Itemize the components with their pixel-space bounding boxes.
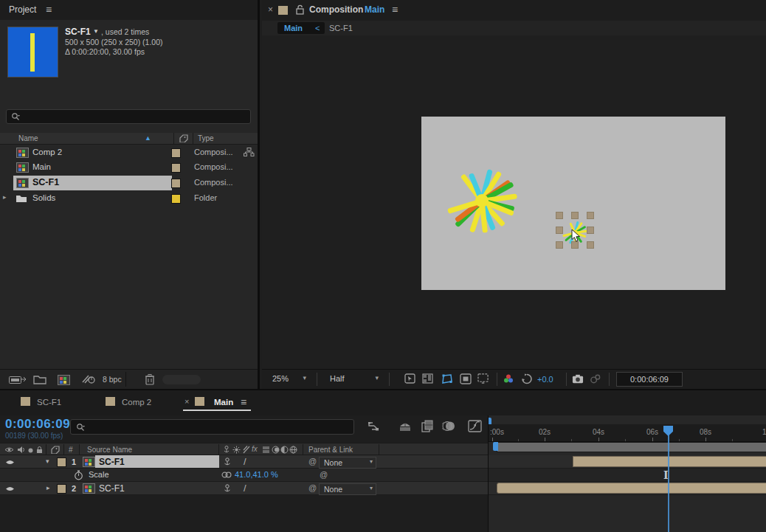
selection-handle[interactable] bbox=[556, 227, 563, 234]
work-area-bar[interactable] bbox=[497, 442, 766, 452]
transparency-grid-icon[interactable] bbox=[422, 373, 434, 384]
tab-title[interactable]: Composition bbox=[309, 4, 363, 15]
timeline-tab-comp2[interactable]: Comp 2 bbox=[122, 398, 151, 407]
motion-blur-icon[interactable] bbox=[442, 421, 455, 432]
composition-canvas[interactable] bbox=[421, 117, 725, 290]
interpret-footage-icon[interactable] bbox=[9, 375, 27, 384]
column-name[interactable]: Name bbox=[18, 134, 38, 142]
draft-3d-icon[interactable] bbox=[398, 421, 412, 432]
graph-editor-icon[interactable] bbox=[468, 420, 482, 432]
eye-icon[interactable] bbox=[5, 486, 15, 492]
tab-comp-name[interactable]: Main bbox=[365, 4, 384, 15]
parent-link-column[interactable]: Parent & Link bbox=[308, 446, 353, 454]
selection-handle[interactable] bbox=[587, 227, 594, 234]
bit-depth-label[interactable]: 8 bpc bbox=[103, 375, 122, 384]
selection-handle[interactable] bbox=[571, 212, 579, 219]
color-depth-icon[interactable] bbox=[81, 374, 96, 384]
shy-toggle-icon[interactable] bbox=[224, 484, 231, 493]
timeline-tab-main-active[interactable]: Main bbox=[214, 398, 233, 407]
quality-toggle-icon[interactable]: / bbox=[244, 483, 246, 494]
property-track-scale[interactable]: I bbox=[489, 469, 766, 482]
playhead-line[interactable] bbox=[668, 426, 669, 532]
region-of-interest-icon[interactable] bbox=[460, 373, 472, 384]
layer-label-color[interactable] bbox=[57, 457, 66, 467]
frame-blend-column-icon bbox=[262, 446, 270, 454]
work-area-start-handle[interactable] bbox=[493, 442, 498, 451]
label-color-swatch[interactable] bbox=[171, 194, 181, 204]
resolution-dropdown[interactable]: Half ▾ bbox=[324, 373, 382, 385]
proportional-grid-icon[interactable] bbox=[477, 373, 489, 384]
twirl-closed-icon[interactable]: ▸ bbox=[46, 484, 50, 491]
breadcrumb-previous[interactable]: SC-F1 bbox=[329, 24, 353, 32]
selection-handle[interactable] bbox=[556, 212, 563, 219]
selection-handle[interactable] bbox=[587, 241, 594, 249]
parent-dropdown[interactable]: None ▾ bbox=[319, 457, 376, 469]
project-row-scf1-selected[interactable]: SC-F1 Composi... bbox=[0, 176, 258, 190]
layer-label-color[interactable] bbox=[57, 484, 66, 494]
delete-icon[interactable] bbox=[145, 373, 155, 385]
link-dimensions-icon[interactable] bbox=[221, 471, 232, 478]
pickwhip-icon[interactable]: @ bbox=[308, 457, 317, 466]
label-color-swatch[interactable] bbox=[171, 163, 181, 173]
label-color-column-icon[interactable] bbox=[179, 134, 188, 142]
twirl-closed-icon[interactable]: ▸ bbox=[3, 193, 7, 201]
layer-track-2[interactable] bbox=[489, 482, 766, 495]
property-row-scale[interactable]: Scale 41.0,41.0 % @ bbox=[0, 469, 488, 482]
scale-value[interactable]: 41.0,41.0 % bbox=[235, 470, 278, 479]
grid-guides-icon[interactable] bbox=[404, 373, 416, 384]
parent-dropdown[interactable]: None ▾ bbox=[319, 483, 376, 495]
project-panel-menu-icon[interactable]: ≡ bbox=[46, 4, 52, 15]
mini-flowchart-icon[interactable] bbox=[368, 421, 380, 432]
name-dropdown-icon[interactable]: ▼ bbox=[93, 28, 99, 35]
twirl-open-icon[interactable]: ▾ bbox=[46, 457, 49, 465]
label-color-swatch[interactable] bbox=[171, 148, 181, 158]
label-color-swatch[interactable] bbox=[171, 179, 181, 188]
show-snapshot-icon[interactable] bbox=[590, 373, 601, 384]
timeline-tab-scf1[interactable]: SC-F1 bbox=[37, 398, 61, 407]
tab-label-color[interactable] bbox=[278, 6, 288, 15]
layer-source-name[interactable]: SC-F1 bbox=[99, 457, 125, 467]
new-composition-icon[interactable] bbox=[58, 375, 70, 385]
shy-toggle-icon[interactable] bbox=[224, 457, 231, 466]
mask-path-visibility-icon[interactable] bbox=[441, 373, 453, 384]
layer-track-1[interactable] bbox=[489, 455, 766, 469]
property-name[interactable]: Scale bbox=[89, 470, 109, 479]
channel-settings-icon[interactable] bbox=[503, 373, 514, 384]
pickwhip-icon[interactable]: @ bbox=[308, 483, 317, 492]
preview-timecode[interactable]: 0:00:06:09 bbox=[616, 372, 683, 387]
current-timecode[interactable]: 0:00:06:09 bbox=[5, 417, 70, 432]
project-row-comp2[interactable]: Comp 2 Composi... bbox=[0, 145, 258, 160]
stopwatch-icon[interactable] bbox=[74, 470, 83, 480]
new-folder-icon[interactable] bbox=[33, 374, 46, 384]
breadcrumb-current[interactable]: Main bbox=[284, 24, 303, 32]
eye-icon[interactable] bbox=[5, 459, 15, 466]
column-type[interactable]: Type bbox=[198, 134, 214, 142]
layer-duration-bar[interactable] bbox=[497, 483, 766, 494]
pickwhip-icon[interactable]: @ bbox=[320, 470, 328, 479]
close-tab-icon[interactable]: × bbox=[268, 4, 273, 15]
selection-handle[interactable] bbox=[556, 241, 563, 249]
take-snapshot-icon[interactable] bbox=[572, 373, 584, 384]
quality-toggle-icon[interactable]: / bbox=[244, 456, 246, 467]
time-ruler[interactable]: :00s 02s 04s 06s 08s 1 bbox=[489, 424, 766, 442]
frame-blending-icon[interactable] bbox=[421, 420, 434, 432]
layer-duration-bar[interactable] bbox=[573, 456, 766, 467]
composition-panel-menu-icon[interactable]: ≡ bbox=[392, 4, 398, 15]
layer-row-2[interactable]: ▸ 2 SC-F1 / @ None ▾ bbox=[0, 482, 488, 495]
magnification-dropdown[interactable]: 25% ▾ bbox=[266, 373, 309, 385]
project-search-input[interactable] bbox=[6, 109, 251, 124]
project-row-main[interactable]: Main Composi... bbox=[0, 160, 258, 175]
composition-viewer[interactable] bbox=[262, 35, 766, 369]
lock-open-icon[interactable] bbox=[296, 4, 304, 15]
project-row-solids[interactable]: ▸ Solids Folder bbox=[0, 191, 258, 206]
reset-exposure-icon[interactable] bbox=[521, 373, 533, 384]
sort-ascending-icon[interactable]: ▲ bbox=[145, 134, 151, 142]
close-tab-icon[interactable]: × bbox=[184, 397, 189, 406]
timeline-panel-menu-icon[interactable]: ≡ bbox=[241, 396, 246, 408]
exposure-value[interactable]: +0.0 bbox=[537, 375, 553, 384]
timeline-search-input[interactable] bbox=[70, 419, 354, 435]
layer-source-name[interactable]: SC-F1 bbox=[99, 483, 125, 494]
source-name-column[interactable]: Source Name bbox=[87, 446, 132, 454]
layer-row-1[interactable]: ▾ 1 SC-F1 / @ None ▾ bbox=[0, 455, 488, 469]
selection-handle[interactable] bbox=[587, 212, 594, 219]
